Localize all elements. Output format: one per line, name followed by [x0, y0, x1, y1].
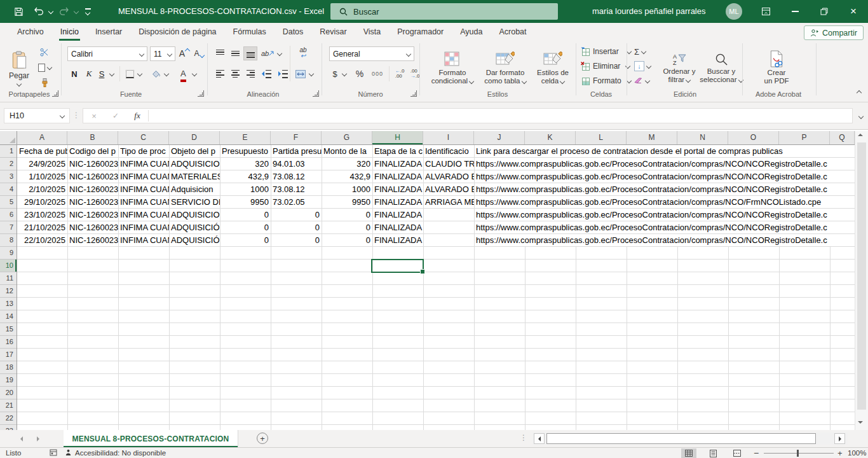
number-format-select[interactable]: General: [329, 46, 414, 61]
merge-center-dropdown[interactable]: [308, 67, 315, 80]
cell-F2[interactable]: 94.01.03: [271, 158, 322, 170]
column-header-O[interactable]: O: [728, 131, 779, 144]
cell-J5[interactable]: https://www.compraspublicas.gob.ec/Proce…: [475, 196, 855, 208]
cell-C7[interactable]: INFIMA CUAN: [118, 221, 169, 234]
align-center-button[interactable]: [229, 67, 241, 80]
percent-format-button[interactable]: %: [353, 67, 366, 80]
fill-color-button[interactable]: [151, 67, 161, 80]
cell-E5[interactable]: 9950: [220, 196, 271, 209]
numero-dialog-launcher[interactable]: [410, 90, 417, 97]
column-header-A[interactable]: A: [17, 131, 67, 144]
decrease-font-button[interactable]: A: [193, 46, 205, 60]
find-select-button[interactable]: Buscar yseleccionar: [702, 45, 741, 92]
cell-D8[interactable]: ADQUISICIÓN: [169, 234, 220, 247]
orientation-button[interactable]: ab: [261, 47, 275, 60]
sheet-tab-active[interactable]: MENSUAL 8-PROCESOS-CONTRATACION: [64, 430, 238, 447]
cell-B2[interactable]: NIC-1260023: [67, 158, 118, 170]
undo-button[interactable]: [32, 0, 46, 23]
column-header-H[interactable]: H: [372, 131, 423, 144]
conditional-formatting-button[interactable]: Formatocondicional: [427, 45, 478, 92]
row-header-6[interactable]: 6: [0, 209, 17, 221]
font-name-select[interactable]: Calibri: [67, 46, 147, 61]
alineacion-dialog-launcher[interactable]: [313, 90, 319, 97]
column-header-F[interactable]: F: [271, 131, 322, 144]
column-header-K[interactable]: K: [525, 131, 576, 144]
cell-D1[interactable]: Objeto del p: [169, 145, 220, 158]
row-header-11[interactable]: 11: [0, 272, 17, 285]
row-header-8[interactable]: 8: [0, 234, 17, 247]
accessibility-icon[interactable]: [65, 449, 72, 457]
cell-G4[interactable]: 1000: [322, 183, 372, 196]
column-header-D[interactable]: D: [169, 131, 220, 144]
restore-button[interactable]: [813, 0, 835, 23]
cell-E6[interactable]: 0: [220, 209, 271, 221]
select-all-corner[interactable]: [0, 131, 17, 145]
row-header-10[interactable]: 10: [0, 260, 17, 272]
cell-J2[interactable]: https://www.compraspublicas.gob.ec/Proce…: [475, 158, 855, 170]
tab-acrobat[interactable]: Acrobat: [491, 23, 534, 41]
cell-E8[interactable]: 0: [220, 234, 271, 247]
italic-button[interactable]: K: [84, 67, 94, 80]
cell-G6[interactable]: 0: [322, 209, 372, 221]
row-header-12[interactable]: 12: [0, 285, 17, 298]
accessibility-status[interactable]: Accesibilidad: No disponible: [75, 449, 166, 457]
align-left-button[interactable]: [214, 67, 226, 80]
row-header-17[interactable]: 17: [0, 349, 17, 361]
increase-indent-button[interactable]: [276, 67, 290, 80]
cell-F4[interactable]: 73.08.12: [271, 183, 322, 196]
align-top-button[interactable]: [214, 47, 226, 60]
redo-button[interactable]: [57, 0, 71, 23]
row-header-21[interactable]: 21: [0, 399, 17, 412]
fill-handle[interactable]: [420, 269, 425, 274]
orientation-dropdown[interactable]: [276, 47, 283, 60]
cell-F7[interactable]: 0: [271, 221, 322, 234]
undo-dropdown[interactable]: [47, 0, 55, 23]
cell-C4[interactable]: INFIMA CUAN: [118, 183, 169, 196]
font-size-select[interactable]: 11: [150, 46, 175, 61]
row-header-9[interactable]: 9: [0, 247, 17, 260]
view-normal-button[interactable]: [681, 448, 696, 458]
cell-H4[interactable]: FINALIZADA: [372, 183, 423, 196]
cell-A6[interactable]: 23/10/2025: [17, 209, 67, 221]
cell-A7[interactable]: 21/10/2025: [17, 221, 67, 234]
currency-format-button[interactable]: $: [330, 67, 339, 80]
cell-A3[interactable]: 1/10/2025: [17, 170, 67, 183]
cell-C6[interactable]: INFIMA CUAN: [118, 209, 169, 221]
borders-button[interactable]: [125, 69, 135, 79]
row-header-23[interactable]: 23: [0, 425, 17, 430]
portapapeles-dialog-launcher[interactable]: [52, 90, 58, 97]
zoom-out-button[interactable]: −: [754, 448, 759, 458]
avatar[interactable]: ML: [726, 3, 742, 20]
cell-C2[interactable]: INFIMA CUAN: [118, 158, 169, 170]
row-header-3[interactable]: 3: [0, 170, 17, 183]
macro-record-icon[interactable]: [50, 449, 57, 457]
cell-C1[interactable]: Tipo de proc: [118, 145, 169, 158]
cell-H7[interactable]: FINALIZADA: [372, 221, 423, 234]
row-header-20[interactable]: 20: [0, 387, 17, 399]
cell-I4[interactable]: ALVARADO E: [423, 183, 474, 196]
cell-B1[interactable]: Codigo del p: [67, 145, 118, 158]
column-header-J[interactable]: J: [474, 131, 525, 144]
column-header-B[interactable]: B: [67, 131, 118, 144]
cell-I2[interactable]: CLAUDIO TRU: [423, 158, 474, 170]
underline-dropdown[interactable]: [108, 67, 116, 80]
autosum-button[interactable]: Σ: [634, 46, 646, 57]
next-sheet-button[interactable]: [33, 434, 43, 444]
cell-H8[interactable]: FINALIZADA: [372, 234, 423, 247]
format-as-table-button[interactable]: Dar formatocomo tabla: [479, 45, 531, 92]
name-box[interactable]: H10: [4, 108, 70, 123]
cell-H3[interactable]: FINALIZADA: [372, 170, 423, 183]
fuente-dialog-launcher[interactable]: [198, 90, 204, 97]
tab-insertar[interactable]: Insertar: [87, 23, 130, 41]
column-header-P[interactable]: P: [779, 131, 830, 144]
cell-G3[interactable]: 432,9: [322, 170, 372, 183]
cell-styles-button[interactable]: Estilos decelda: [532, 45, 573, 92]
formula-input[interactable]: × ✓ fx: [83, 108, 853, 123]
paste-button[interactable]: Pegar: [5, 45, 33, 92]
view-page-layout-button[interactable]: [705, 448, 721, 458]
cell-E7[interactable]: 0: [220, 221, 271, 234]
cell-H6[interactable]: FINALIZADA: [372, 209, 423, 221]
row-header-7[interactable]: 7: [0, 221, 17, 234]
cell-I1[interactable]: Identificacio: [423, 145, 474, 158]
fill-button[interactable]: ↓: [634, 60, 651, 72]
